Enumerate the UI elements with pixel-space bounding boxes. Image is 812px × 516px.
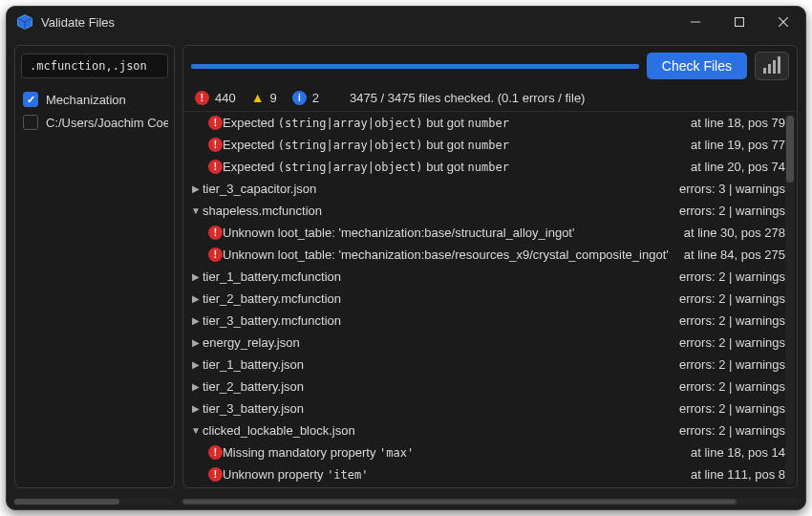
file-name: tier_3_capacitor.json [203,182,672,196]
main-scroll-thumb[interactable] [182,499,737,505]
file-row[interactable]: ▶ tier_3_battery.mcfunctionerrors: 2 | w… [183,310,785,332]
file-name: tier_3_battery.json [203,401,672,416]
warning-count: 9 [270,91,277,105]
row-meta: errors: 2 | warnings [672,291,785,306]
row-meta: errors: 2 | warnings [672,313,785,328]
row-meta: at line 20, pos 74 [683,160,785,174]
titlebar[interactable]: Validate Files [7,7,805,37]
file-name: tier_3_battery.mcfunction [203,313,672,328]
close-button[interactable] [761,7,805,37]
chevron-right-icon[interactable]: ▶ [189,183,203,194]
message-row[interactable]: ! Missing mandatory property 'max'at lin… [183,441,785,463]
window-title: Validate Files [41,15,115,30]
file-row[interactable]: ▶ tier_2_battery.jsonerrors: 2 | warning… [183,376,785,398]
row-meta: at line 84, pos 275 [676,247,785,262]
message-text: Expected (string|array|object) but got n… [223,116,683,130]
error-icon: ! [208,247,223,262]
sidebar: MechanizationC:/Users/Joachim Coenen [14,45,175,488]
message-row[interactable]: ! Unknown property 'item'at line 111, po… [183,463,785,485]
error-icon: ! [208,116,223,130]
progress-bar [191,64,639,69]
chevron-down-icon[interactable]: ▼ [189,425,203,436]
row-meta: errors: 2 | warnings [672,335,785,350]
message-row[interactable]: ! Expected (string|array|object) but got… [183,112,785,134]
message-row[interactable]: ! Unknown loot_table: 'mechanization:bas… [183,244,785,266]
file-row[interactable]: ▶ tier_1_battery.jsonerrors: 2 | warning… [183,354,785,376]
row-meta: at line 18, pos 14 [683,445,785,460]
file-name: tier_2_battery.mcfunction [203,291,672,306]
error-icon: ! [208,160,223,174]
stats-button[interactable] [755,52,789,80]
main-horizontal-scrollbar[interactable] [181,498,800,505]
file-name: shapeless.mcfunction [203,204,672,218]
file-row[interactable]: ▶ tier_2_battery.mcfunctionerrors: 2 | w… [183,288,785,310]
error-icon: ! [195,91,209,105]
toolbar: Check Files [183,46,797,86]
message-row[interactable]: ! Expected (string|array|object) but got… [183,134,785,156]
row-meta: errors: 2 | warnings [672,204,785,218]
file-name: tier_2_battery.json [203,379,672,394]
row-meta: errors: 2 | warnings [672,423,785,438]
chevron-down-icon[interactable]: ▼ [189,205,203,216]
sidebar-item[interactable]: Mechanization [21,88,168,111]
chevron-right-icon[interactable]: ▶ [189,293,203,304]
error-icon: ! [208,226,223,240]
message-text: Expected (string|array|object) but got n… [223,138,683,152]
info-count: 2 [312,91,319,105]
chevron-right-icon[interactable]: ▶ [189,381,203,392]
app-icon [16,13,33,31]
file-name: clicked_lockable_block.json [203,423,672,438]
check-files-button[interactable]: Check Files [647,53,747,79]
chevron-right-icon[interactable]: ▶ [189,271,203,282]
sidebar-horizontal-scrollbar[interactable] [12,498,173,505]
file-filter-input[interactable] [21,54,168,78]
info-icon: i [292,91,307,105]
checkbox[interactable] [23,115,38,130]
sidebar-item-label: Mechanization [46,93,126,107]
chevron-right-icon[interactable]: ▶ [189,403,203,414]
message-text: Expected (string|array|object) but got n… [223,160,683,174]
message-row[interactable]: ! Unknown loot_table: 'mechanization:bas… [183,222,785,244]
main-panel: Check Files ! 440 ▲ 9 i 2 3475 / 3475 fi… [182,45,798,488]
message-text: Unknown property 'item' [223,467,683,482]
file-row[interactable]: ▼ clicked_lockable_block.jsonerrors: 2 |… [183,419,785,441]
row-meta: at line 18, pos 79 [683,116,785,130]
minimize-button[interactable] [673,7,717,37]
file-name: energy_relay.json [203,335,672,350]
file-row[interactable]: ▶ tier_3_battery.jsonerrors: 2 | warning… [183,398,785,419]
maximize-button[interactable] [717,7,761,37]
error-icon: ! [208,467,223,482]
checkbox[interactable] [23,92,38,107]
message-text: Missing mandatory property 'max' [223,445,683,460]
sidebar-item[interactable]: C:/Users/Joachim Coenen [21,111,168,134]
status-text: 3475 / 3475 files checked. (0.1 errors /… [350,91,585,105]
file-row[interactable]: ▶ tier_3_capacitor.jsonerrors: 3 | warni… [183,178,785,200]
file-row[interactable]: ▶ dependencies.jsonerrors: 1 | warnings [183,485,785,487]
summary-bar: ! 440 ▲ 9 i 2 3475 / 3475 files checked.… [183,86,797,112]
error-icon: ! [208,138,223,152]
vertical-scrollbar[interactable] [785,114,795,485]
sidebar-item-label: C:/Users/Joachim Coenen [46,116,168,130]
row-meta: at line 111, pos 8 [683,467,785,482]
row-meta: at line 30, pos 278 [676,226,785,240]
file-row[interactable]: ▼ shapeless.mcfunctionerrors: 2 | warnin… [183,200,785,222]
message-text: Unknown loot_table: 'mechanization:base/… [223,247,676,262]
message-text: Unknown loot_table: 'mechanization:base/… [223,226,676,240]
file-name: tier_1_battery.mcfunction [203,269,672,284]
file-row[interactable]: ▶ energy_relay.jsonerrors: 2 | warnings [183,332,785,354]
vertical-scroll-thumb[interactable] [786,116,794,183]
row-meta: errors: 3 | warnings [672,182,785,196]
message-row[interactable]: ! Expected (string|array|object) but got… [183,156,785,178]
row-meta: errors: 2 | warnings [672,379,785,394]
row-meta: errors: 2 | warnings [672,401,785,416]
row-meta: errors: 2 | warnings [672,357,785,372]
file-row[interactable]: ▶ tier_1_battery.mcfunctionerrors: 2 | w… [183,266,785,288]
app-window: Validate Files MechanizationC:/Users/Joa… [6,6,806,510]
chevron-right-icon[interactable]: ▶ [189,315,203,326]
chevron-right-icon[interactable]: ▶ [189,337,203,348]
results-panel: ! Expected (string|array|object) but got… [183,112,797,487]
file-name: tier_1_battery.json [203,357,672,372]
sidebar-scroll-thumb[interactable] [14,499,119,505]
error-count: 440 [215,91,236,105]
chevron-right-icon[interactable]: ▶ [189,359,203,370]
